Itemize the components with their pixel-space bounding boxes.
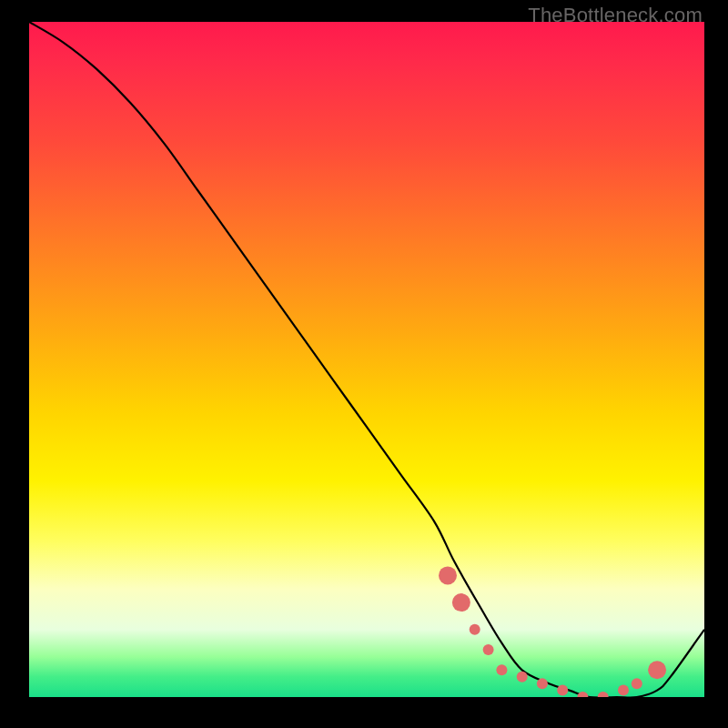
data-marker [557,685,568,696]
data-marker [632,678,642,689]
data-marker [483,644,494,655]
data-marker [598,692,609,697]
data-marker [496,664,507,675]
curve-layer [29,22,704,697]
marker-layer [439,566,666,697]
data-marker [577,692,588,697]
data-marker [439,566,457,584]
bottleneck-curve [29,22,704,697]
data-marker [470,624,480,635]
data-marker [537,678,548,689]
data-marker [452,593,470,612]
data-marker [517,672,528,682]
data-marker [648,661,666,679]
chart-container: TheBottleneck.com [0,0,728,728]
chart-svg [29,22,704,697]
data-marker [618,685,629,696]
plot-area [29,22,704,697]
